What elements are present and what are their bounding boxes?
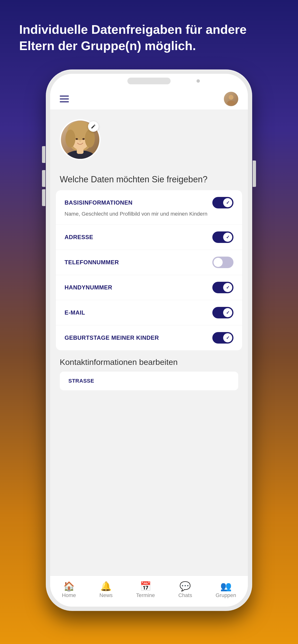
nav-item-chats[interactable]: 💬 Chats	[178, 582, 192, 598]
geburtstage-toggle[interactable]: ✓	[212, 332, 233, 344]
svg-point-1	[227, 100, 235, 105]
news-label: News	[99, 592, 112, 598]
settings-row-geburtstage: GEBURTSTAGE MEINER KINDER ✓	[56, 325, 242, 350]
status-bar	[50, 74, 248, 88]
kontakt-section: Kontaktinformationen bearbeiten STRASSE	[50, 350, 248, 395]
nav-item-termine[interactable]: 📅 Termine	[136, 582, 155, 598]
phone-device: Welche Daten möchten Sie freigeben? BASI…	[46, 70, 252, 611]
gruppen-label: Gruppen	[215, 592, 236, 598]
profile-avatar-container	[60, 119, 100, 160]
home-icon: 🏠	[63, 582, 75, 591]
svg-rect-8	[77, 148, 83, 154]
app-content: Welche Daten möchten Sie freigeben? BASI…	[50, 110, 248, 576]
geburtstage-label: GEBURTSTAGE MEINER KINDER	[65, 334, 159, 341]
handy-toggle[interactable]: ✓	[212, 282, 233, 293]
nav-item-gruppen[interactable]: 👥 Gruppen	[215, 582, 236, 598]
kontakt-card: STRASSE	[60, 372, 238, 390]
telefon-label: TELEFONNUMMER	[65, 259, 119, 266]
chats-label: Chats	[178, 592, 192, 598]
chats-icon: 💬	[180, 582, 191, 591]
adresse-label: ADRESSE	[65, 234, 93, 240]
kontakt-title: Kontaktinformationen bearbeiten	[60, 358, 238, 367]
termine-icon: 📅	[140, 582, 151, 591]
settings-row-telefon: TELEFONNUMMER	[56, 250, 242, 275]
termine-label: Termine	[136, 592, 155, 598]
svg-point-5	[66, 130, 75, 148]
app-header	[50, 88, 248, 110]
svg-point-6	[85, 130, 95, 148]
svg-point-10	[82, 138, 84, 140]
handy-label: HANDYNUMMER	[65, 284, 112, 291]
edit-avatar-button[interactable]	[88, 121, 99, 132]
profile-section	[50, 110, 248, 174]
settings-row-email: E-MAIL ✓	[56, 300, 242, 325]
section-question: Welche Daten möchten Sie freigeben?	[50, 174, 248, 184]
header-avatar[interactable]	[224, 92, 238, 106]
adresse-toggle[interactable]: ✓	[212, 232, 233, 243]
telefon-toggle[interactable]	[212, 256, 233, 268]
svg-point-9	[76, 138, 78, 140]
home-label: Home	[62, 592, 76, 598]
basisinfo-desc: Name, Geschlecht und Profilbild von mir …	[65, 210, 233, 218]
camera-dot	[197, 79, 200, 83]
settings-row-adresse: ADRESSE ✓	[56, 225, 242, 250]
basisinfo-label: BASISINFORMATIONEN	[65, 199, 132, 206]
settings-row-handy: HANDYNUMMER ✓	[56, 275, 242, 300]
email-label: E-MAIL	[65, 309, 85, 316]
news-icon: 🔔	[100, 582, 112, 591]
svg-point-0	[229, 95, 233, 100]
settings-card: BASISINFORMATIONEN ✓ Name, Geschlecht un…	[56, 190, 242, 350]
settings-row-basisinfo: BASISINFORMATIONEN ✓ Name, Geschlecht un…	[56, 190, 242, 225]
bottom-navigation: 🏠 Home 🔔 News 📅 Termine 💬 Chats 👥	[50, 576, 248, 606]
page-headline: Individuelle Datenfreigaben für andere E…	[19, 22, 279, 54]
notch	[127, 78, 171, 84]
hamburger-menu-button[interactable]	[60, 96, 69, 102]
gruppen-icon: 👥	[220, 582, 232, 591]
email-toggle[interactable]: ✓	[212, 307, 233, 318]
basisinfo-toggle[interactable]: ✓	[212, 197, 233, 208]
nav-item-news[interactable]: 🔔 News	[99, 582, 112, 598]
strasse-label: STRASSE	[68, 378, 230, 384]
nav-item-home[interactable]: 🏠 Home	[62, 582, 76, 598]
